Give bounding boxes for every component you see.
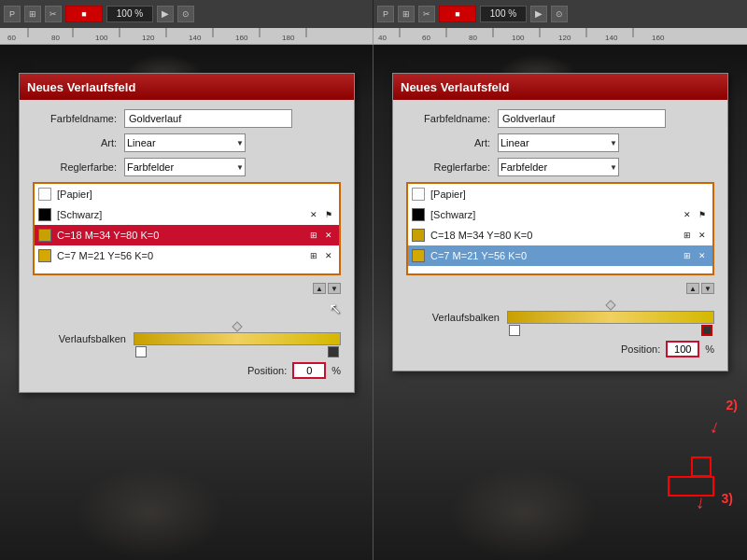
left-dialog-body: Farbfeldname: Art: Linear ▼ Reglerfarbe bbox=[20, 100, 354, 392]
ruler-right: 40 60 80 100 120 140 160 bbox=[374, 28, 747, 45]
cursor-hint-left: ↖ bbox=[33, 300, 341, 317]
zoom-input-right[interactable] bbox=[480, 6, 527, 22]
gradient-bar-wrapper-right bbox=[507, 300, 714, 335]
handle-left-left[interactable] bbox=[135, 346, 147, 357]
tool-icon-r1[interactable]: ⊞ bbox=[398, 6, 415, 22]
svg-text:100: 100 bbox=[512, 34, 525, 42]
swatch-gold1-left bbox=[38, 229, 51, 242]
handle-row-right bbox=[507, 324, 714, 335]
grid-icon-gold2-right: ⊞ bbox=[681, 249, 694, 262]
reglerfarbe-label-left: Reglerfarbe: bbox=[33, 161, 117, 173]
scroll-down-right[interactable]: ▼ bbox=[701, 283, 714, 294]
position-input-right[interactable] bbox=[666, 341, 699, 357]
list-item-schwarz-right[interactable]: [Schwarz] ✕ ⚑ bbox=[408, 204, 712, 225]
left-dialog: Neues Verlaufsfeld Farbfeldname: Art: Li… bbox=[19, 73, 355, 393]
farbfeldname-label-left: Farbfeldname: bbox=[33, 113, 117, 124]
right-dialog-titlebar: Neues Verlaufsfeld bbox=[393, 74, 727, 100]
diamond-handle-right[interactable] bbox=[605, 300, 615, 310]
schwarz-icons-left: ✕ ⚑ bbox=[307, 208, 335, 221]
item-label-gold2-right: C=7 M=21 Y=56 K=0 bbox=[430, 250, 527, 261]
zoom-input-left[interactable] bbox=[106, 6, 153, 22]
reglerfarbe-row-right: Reglerfarbe: Farbfelder ▼ bbox=[406, 158, 714, 176]
tool-icon-r4[interactable]: ⊙ bbox=[551, 6, 568, 22]
diamond-handle-left[interactable] bbox=[232, 321, 242, 331]
zoom-btn-left[interactable]: ▶ bbox=[157, 6, 174, 22]
swatch-gold2-right bbox=[412, 249, 425, 262]
item-label-papier-left: [Papier] bbox=[57, 189, 92, 200]
list-item-papier-right[interactable]: [Papier] bbox=[408, 184, 712, 204]
tool-icon-4[interactable]: ⊙ bbox=[177, 6, 194, 22]
position-row-left: Position: % bbox=[33, 362, 341, 379]
handle-right-right[interactable] bbox=[701, 325, 712, 336]
x-icon-gold1-right: ✕ bbox=[696, 229, 709, 242]
list-item-gold2-left[interactable]: C=7 M=21 Y=56 K=0 ⊞ ✕ bbox=[35, 245, 339, 266]
right-dialog-title: Neues Verlaufsfeld bbox=[401, 80, 509, 94]
app-icon: P bbox=[4, 6, 21, 22]
tool-icon-1[interactable]: ⊞ bbox=[24, 6, 41, 22]
position-percent-left: % bbox=[331, 365, 341, 376]
toolbar-left: P ⊞ ✂ ■ ▶ ⊙ bbox=[0, 0, 374, 28]
annotation-3: 3) bbox=[722, 491, 733, 506]
left-dialog-titlebar: Neues Verlaufsfeld bbox=[20, 74, 354, 100]
gradient-bar-wrapper-left bbox=[134, 321, 341, 357]
svg-text:160: 160 bbox=[235, 34, 248, 42]
list-item-gold2-right[interactable]: C=7 M=21 Y=56 K=0 ⊞ ✕ bbox=[408, 245, 712, 266]
item-label-schwarz-left: [Schwarz] bbox=[57, 209, 102, 220]
tool-icon-3[interactable]: ■ bbox=[65, 6, 103, 22]
tool-icon-r2[interactable]: ✂ bbox=[418, 6, 435, 22]
item-label-gold1-right: C=18 M=34 Y=80 K=0 bbox=[430, 230, 532, 241]
art-select-wrapper-left: Linear ▼ bbox=[124, 133, 246, 152]
farbfeldname-input-left[interactable] bbox=[124, 109, 292, 128]
reglerfarbe-select-right[interactable]: Farbfelder bbox=[498, 158, 619, 176]
art-select-left[interactable]: Linear bbox=[124, 133, 246, 152]
glass-bottom-left bbox=[75, 467, 224, 560]
x-icon-left: ✕ bbox=[307, 208, 320, 221]
svg-text:140: 140 bbox=[605, 34, 618, 42]
scroll-up-right[interactable]: ▲ bbox=[686, 283, 699, 294]
item-label-gold2-left: C=7 M=21 Y=56 K=0 bbox=[57, 250, 153, 261]
tool-icon-2[interactable]: ✂ bbox=[45, 6, 62, 22]
swatch-gold1-right bbox=[412, 229, 425, 242]
gradient-bar-right[interactable] bbox=[507, 311, 714, 324]
gradient-bar-left[interactable] bbox=[134, 332, 341, 345]
art-row-left: Art: Linear ▼ bbox=[33, 133, 341, 152]
list-item-gold1-left[interactable]: C=18 M=34 Y=80 K=0 ⊞ ✕ bbox=[35, 225, 339, 245]
svg-text:40: 40 bbox=[378, 34, 387, 42]
zoom-btn-right[interactable]: ▶ bbox=[530, 6, 547, 22]
right-dialog-body: Farbfeldname: Art: Linear ▼ Reglerfarbe bbox=[393, 100, 727, 371]
list-item-gold1-right[interactable]: C=18 M=34 Y=80 K=0 ⊞ ✕ bbox=[408, 225, 712, 245]
svg-text:120: 120 bbox=[142, 34, 155, 42]
swatch-papier-left bbox=[38, 188, 51, 201]
farbfeldname-row-right: Farbfeldname: bbox=[406, 109, 714, 128]
gradient-section-right: Verlaufsbalken bbox=[406, 300, 714, 335]
ruler-right-svg: 40 60 80 100 120 140 160 bbox=[374, 28, 747, 45]
x-icon-schwarz-right: ✕ bbox=[681, 208, 694, 221]
gold1-icons-left: ⊞ ✕ bbox=[307, 229, 335, 242]
handle-right-left[interactable] bbox=[328, 346, 339, 357]
farbfeldname-input-right[interactable] bbox=[498, 109, 666, 128]
art-row-right: Art: Linear ▼ bbox=[406, 133, 714, 152]
scroll-down-left[interactable]: ▼ bbox=[328, 283, 341, 294]
flag-icon-left: ⚑ bbox=[322, 208, 335, 221]
scroll-up-left[interactable]: ▲ bbox=[313, 283, 326, 294]
list-item-schwarz-left[interactable]: [Schwarz] ✕ ⚑ bbox=[35, 204, 339, 225]
handle-left-right[interactable] bbox=[509, 325, 520, 336]
main-area: Neues Verlaufsfeld Farbfeldname: Art: Li… bbox=[0, 45, 747, 560]
annotation-2: 2) bbox=[726, 398, 738, 413]
svg-text:160: 160 bbox=[652, 34, 665, 42]
tool-icon-r3[interactable]: ■ bbox=[439, 6, 476, 22]
svg-text:140: 140 bbox=[189, 34, 202, 42]
gradient-label-right: Verlaufsbalken bbox=[406, 312, 500, 323]
list-scroll-btns-left: ▲ ▼ bbox=[33, 283, 341, 294]
right-dialog: Neues Verlaufsfeld Farbfeldname: Art: Li… bbox=[392, 73, 728, 371]
list-item-papier-left[interactable]: [Papier] bbox=[35, 184, 339, 204]
position-label-right: Position: bbox=[621, 343, 660, 355]
reglerfarbe-select-left[interactable]: Farbfelder bbox=[124, 158, 246, 176]
swatch-schwarz-left bbox=[38, 208, 51, 221]
right-panel: Neues Verlaufsfeld Farbfeldname: Art: Li… bbox=[374, 45, 747, 560]
art-select-right[interactable]: Linear bbox=[498, 133, 619, 152]
flag-icon-schwarz-right: ⚑ bbox=[696, 208, 709, 221]
svg-text:60: 60 bbox=[7, 34, 16, 42]
swatch-papier-right bbox=[412, 188, 425, 201]
position-input-left[interactable] bbox=[292, 362, 326, 379]
